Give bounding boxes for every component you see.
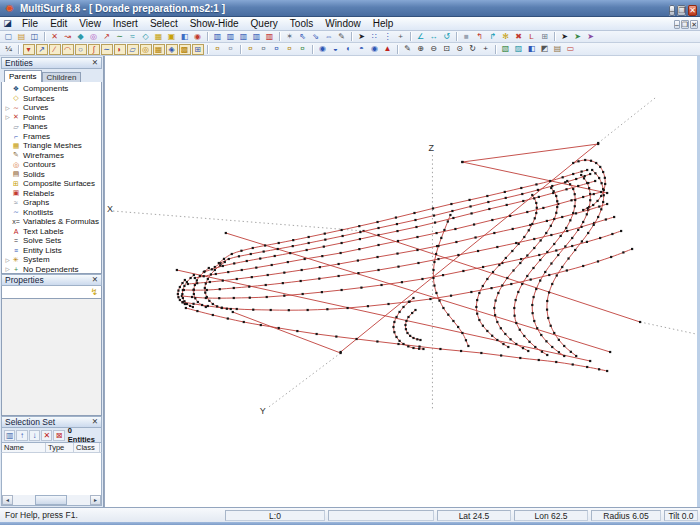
menu-item-insert[interactable]: Insert (107, 17, 144, 30)
matrix-icon[interactable]: ⋮ (382, 32, 394, 42)
columns-icon[interactable]: ▥ (4, 430, 15, 441)
select-children-icon[interactable]: ⇘ (310, 32, 322, 42)
show-query-icon[interactable]: ¤ (297, 44, 309, 54)
view-window-3-icon[interactable]: ▥ (238, 32, 250, 42)
annotate-icon[interactable]: ✎ (336, 32, 348, 42)
move-down-icon[interactable]: ↓ (29, 430, 40, 441)
view-disc-front-icon[interactable]: ◉ (317, 44, 329, 54)
plane-icon[interactable]: ▣ (166, 32, 178, 42)
zoom-out-icon[interactable]: ⊖ (428, 44, 440, 54)
pan-view-icon[interactable]: + (480, 44, 492, 54)
sidebar-item-relabels[interactable]: ▣Relabels (4, 189, 101, 199)
show-entity-icon[interactable]: ¤ (212, 44, 224, 54)
select-arrow-icon[interactable]: ➤ (559, 32, 571, 42)
menu-item-select[interactable]: Select (144, 17, 184, 30)
pointer-icon[interactable]: ➤ (356, 32, 368, 42)
scroll-right-icon[interactable]: ► (90, 495, 101, 505)
view-disc-iso-icon[interactable]: ◓ (356, 44, 368, 54)
menu-item-view[interactable]: View (73, 17, 107, 30)
show-all-icon[interactable]: ¤ (245, 44, 257, 54)
column-header-name[interactable]: Name (2, 443, 46, 452)
zoom-previous-icon[interactable]: ⊙ (454, 44, 466, 54)
document-icon[interactable]: ◪ (2, 18, 13, 29)
label-icon[interactable]: L (526, 32, 538, 42)
curve-icon[interactable]: ∼ (114, 32, 126, 42)
select-add-icon[interactable]: ➤ (572, 32, 584, 42)
view-disc-top-icon[interactable]: ◐ (343, 44, 355, 54)
sidebar-item-knotlists[interactable]: ∼Knotlists (4, 208, 101, 218)
sidebar-item-graphs[interactable]: ≈Graphs (4, 198, 101, 208)
new-file-icon[interactable]: ▢ (3, 32, 15, 42)
porcupine-icon[interactable]: ↱ (487, 32, 499, 42)
menu-item-tools[interactable]: Tools (284, 17, 319, 30)
view-home-icon[interactable]: ▲ (382, 44, 394, 54)
properties-close-icon[interactable]: ✕ (92, 275, 98, 285)
ring-icon[interactable]: ◎ (88, 32, 100, 42)
hidden-line-icon[interactable]: ▤ (552, 44, 564, 54)
bead-icon[interactable]: ◆ (75, 32, 87, 42)
delete-entity-icon[interactable]: ✕ (49, 32, 61, 42)
menu-item-edit[interactable]: Edit (44, 17, 73, 30)
scroll-left-icon[interactable]: ◄ (2, 495, 13, 505)
insert-point-icon[interactable]: ▾ (23, 44, 35, 55)
scroll-thumb[interactable] (35, 495, 67, 505)
sidebar-item-text-labels[interactable]: AText Labels (4, 227, 101, 237)
measure-angle-icon[interactable]: ∠ (415, 32, 427, 42)
properties-filter-icon[interactable]: ↯ (90, 287, 98, 297)
curvature-profile-icon[interactable]: ↰ (474, 32, 486, 42)
hide-entity-icon[interactable]: ¤ (225, 44, 237, 54)
selection-hscrollbar[interactable]: ◄ ► (1, 495, 102, 506)
show-parents-icon[interactable]: ¤ (271, 44, 283, 54)
zoom-window-icon[interactable]: ⊡ (441, 44, 453, 54)
select-remove-icon[interactable]: ➤ (585, 32, 597, 42)
menu-item-help[interactable]: Help (367, 17, 400, 30)
mdi-close-button[interactable]: ✕ (690, 20, 698, 29)
sketch-icon[interactable]: ✎ (402, 44, 414, 54)
render-settings-icon[interactable]: ▭ (565, 44, 577, 54)
sidebar-item-planes[interactable]: ▱Planes (4, 122, 101, 132)
close-button[interactable]: ✕ (688, 5, 697, 16)
delete-selection-icon[interactable]: ✖ (513, 32, 525, 42)
flower-icon[interactable]: ✻ (500, 32, 512, 42)
blank-tool-icon[interactable]: ■ (461, 32, 473, 42)
point-grid-icon[interactable]: ∷ (369, 32, 381, 42)
measure-distance-icon[interactable]: ↔ (428, 32, 440, 42)
sidebar-item-variables-formulas[interactable]: x=Variables & Formulas (4, 217, 101, 227)
view-window-1-icon[interactable]: ▥ (212, 32, 224, 42)
sidebar-item-frames[interactable]: ⌐Frames (4, 132, 101, 142)
menu-item-show-hide[interactable]: Show-Hide (184, 17, 245, 30)
insert-relative-point-icon[interactable]: ↗ (36, 44, 48, 55)
sidebar-item-triangle-meshes[interactable]: ▦Triangle Meshes (4, 141, 101, 151)
insert-blend-surface-icon[interactable]: ▦ (153, 44, 165, 55)
update-model-icon[interactable]: ✶ (284, 32, 296, 42)
insert-composite-icon[interactable]: ⊞ (192, 44, 204, 55)
measure-curvature-icon[interactable]: ↺ (441, 32, 453, 42)
sidebar-item-solve-sets[interactable]: =Solve Sets (4, 236, 101, 246)
insert-line-icon[interactable]: ∕ (49, 44, 61, 55)
snake-icon[interactable]: ≈ (127, 32, 139, 42)
mesh-icon[interactable]: ▦ (153, 32, 165, 42)
wireframe-mode-icon[interactable]: ▧ (500, 44, 512, 54)
sidebar-item-composite-surfaces[interactable]: ⊞Composite Surfaces (4, 179, 101, 189)
hide-all-icon[interactable]: ¤ (258, 44, 270, 54)
view-disc-side-icon[interactable]: ◒ (330, 44, 342, 54)
expand-arrow-icon[interactable]: ▷ (4, 105, 11, 111)
restore-button[interactable]: ❐ (677, 5, 686, 16)
menu-item-window[interactable]: Window (319, 17, 367, 30)
scale-view-icon[interactable]: ¼ (3, 44, 15, 54)
move-up-icon[interactable]: ↑ (16, 430, 27, 441)
shaded-mode-icon[interactable]: ▨ (513, 44, 525, 54)
surface-icon[interactable]: ◇ (140, 32, 152, 42)
entities-close-icon[interactable]: ✕ (92, 58, 98, 68)
expand-arrow-icon[interactable]: ▷ (4, 257, 11, 263)
sidebar-item-system[interactable]: ▷✳System (4, 255, 101, 265)
sidebar-item-no-dependents[interactable]: ▷+No Dependents (4, 265, 101, 275)
expand-arrow-icon[interactable]: ▷ (4, 266, 11, 272)
column-header-type[interactable]: Type (46, 443, 74, 452)
mdi-minimize-button[interactable]: – (674, 20, 680, 29)
scroll-track[interactable] (13, 495, 90, 505)
quarter-shade-icon[interactable]: ◩ (539, 44, 551, 54)
sidebar-item-curves[interactable]: ▷∼Curves (4, 103, 101, 113)
insert-circle-icon[interactable]: ○ (75, 44, 87, 55)
view-window-2-icon[interactable]: ▥ (225, 32, 237, 42)
